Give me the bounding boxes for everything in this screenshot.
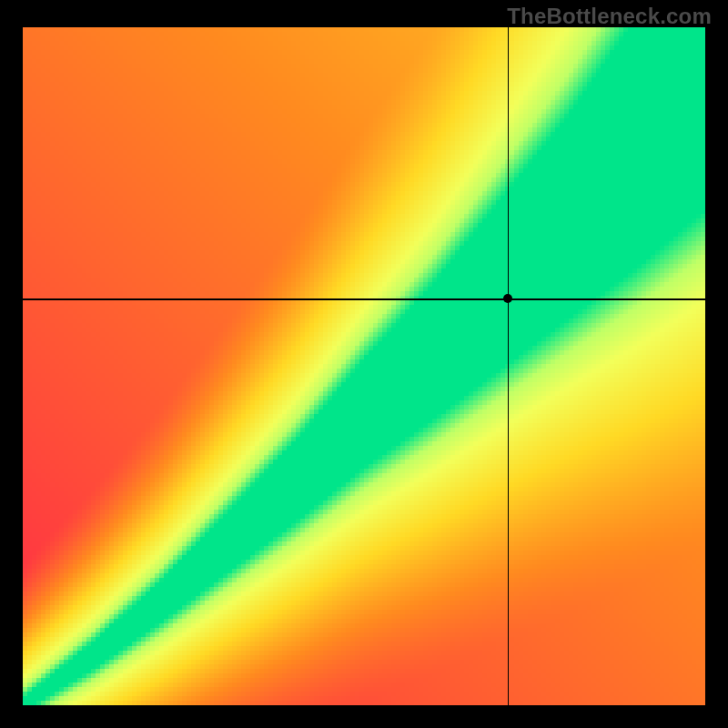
crosshair-vertical — [508, 27, 510, 705]
watermark-text: TheBottleneck.com — [507, 4, 712, 29]
data-point-marker — [503, 294, 512, 303]
heatmap-canvas — [23, 27, 705, 705]
crosshair-horizontal — [23, 298, 705, 300]
plot-area — [23, 27, 705, 705]
chart-frame: TheBottleneck.com — [0, 0, 728, 728]
